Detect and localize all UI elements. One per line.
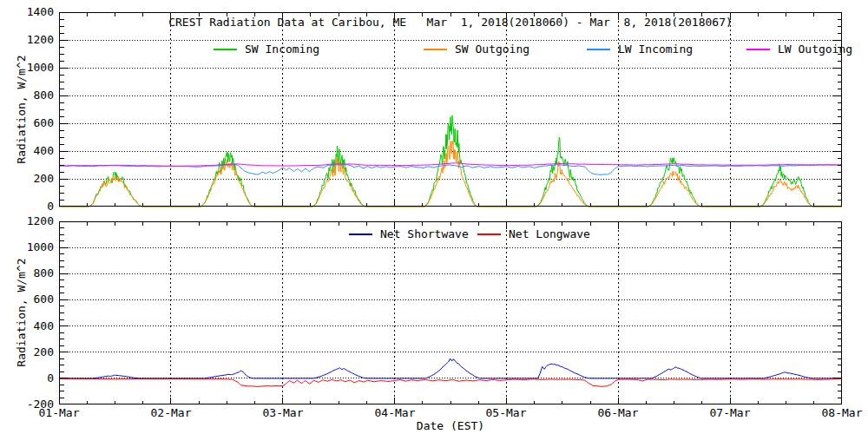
legend-label: SW Incoming bbox=[245, 43, 319, 56]
legend-item-lw-outgoing: LW Outgoing bbox=[746, 43, 852, 56]
radiation-chart: 0200400600800100012001400-20002004006008… bbox=[0, 0, 868, 434]
chart-title: CREST Radiation Data at Caribou, ME Mar … bbox=[59, 16, 842, 29]
sw-outgoing-line-swatch bbox=[424, 49, 447, 50]
y-tick-label: 1400 bbox=[27, 5, 54, 18]
y-tick-label: 600 bbox=[34, 116, 54, 129]
legend-label: Net Longwave bbox=[509, 228, 590, 240]
y-tick-label: 400 bbox=[34, 319, 54, 332]
x-tick-label-02-mar: 02-Mar bbox=[136, 407, 206, 419]
legend-item-net-shortwave: Net Shortwave bbox=[349, 228, 469, 240]
y-tick-label: 800 bbox=[34, 89, 54, 102]
x-tick-label-08-mar: 08-Mar bbox=[807, 407, 868, 419]
series-line-sw-outgoing bbox=[59, 141, 842, 207]
x-tick-label-07-mar: 07-Mar bbox=[695, 407, 765, 419]
y-tick-label: 1200 bbox=[27, 214, 54, 227]
x-axis-title: Date (EST) bbox=[59, 420, 842, 432]
y-tick-label: 600 bbox=[34, 293, 54, 306]
legend-item-sw-outgoing: SW Outgoing bbox=[424, 43, 529, 56]
x-tick-label-05-mar: 05-Mar bbox=[471, 407, 541, 419]
y-tick-label: 1000 bbox=[27, 61, 54, 74]
legend-item-net-longwave: Net Longwave bbox=[477, 228, 590, 240]
legend-label: LW Outgoing bbox=[778, 43, 852, 56]
y-tick-label: 200 bbox=[34, 172, 54, 185]
panel-frame bbox=[60, 222, 842, 404]
lw-outgoing-line-swatch bbox=[746, 49, 770, 50]
y-tick-label: 0 bbox=[47, 372, 54, 385]
sw-incoming-line-swatch bbox=[214, 49, 237, 50]
net-longwave-line-swatch bbox=[477, 233, 501, 235]
series-line-sw-incoming bbox=[59, 115, 842, 207]
y-tick-label: 0 bbox=[47, 200, 54, 213]
panel-frame bbox=[60, 13, 842, 207]
y-tick-label: 400 bbox=[34, 144, 54, 157]
legend-label: SW Outgoing bbox=[455, 43, 529, 56]
x-tick-label-06-mar: 06-Mar bbox=[583, 407, 653, 419]
y-tick-label: 200 bbox=[34, 345, 54, 358]
legend-item-lw-incoming: LW Incoming bbox=[587, 43, 693, 56]
y-tick-label: 1000 bbox=[27, 240, 54, 253]
legend-item-sw-incoming: SW Incoming bbox=[214, 43, 319, 56]
x-tick-label-01-mar: 01-Mar bbox=[24, 407, 94, 419]
x-tick-label-04-mar: 04-Mar bbox=[360, 407, 430, 419]
y-axis-title-top-panel: Radiation, W/m^2 bbox=[15, 14, 29, 205]
radiation-chart-svg: 0200400600800100012001400-20002004006008… bbox=[0, 0, 868, 434]
series-line-net-longwave bbox=[59, 378, 842, 386]
x-tick-label-03-mar: 03-Mar bbox=[248, 407, 318, 419]
lw-incoming-line-swatch bbox=[587, 49, 610, 50]
series-line-net-shortwave bbox=[59, 358, 842, 378]
net-shortwave-line-swatch bbox=[349, 233, 372, 235]
legend-label: Net Shortwave bbox=[380, 228, 469, 240]
legend-label: LW Incoming bbox=[618, 43, 693, 56]
y-tick-label: 1200 bbox=[27, 33, 54, 46]
y-tick-label: 800 bbox=[34, 266, 54, 279]
y-axis-title-bottom-panel: Radiation, W/m^2 bbox=[15, 217, 29, 408]
